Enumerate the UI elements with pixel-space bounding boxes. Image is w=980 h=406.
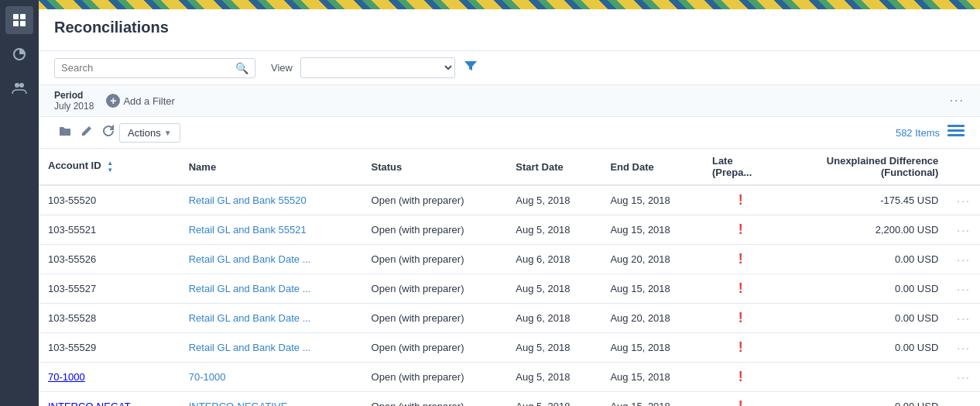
cell-row-actions[interactable]: ··· bbox=[947, 185, 980, 215]
search-input[interactable] bbox=[61, 62, 235, 74]
row-actions-menu[interactable]: ··· bbox=[957, 401, 971, 407]
filter-bar: Period July 2018 + Add a Filter ··· bbox=[39, 85, 980, 117]
name-link[interactable]: Retail GL and Bank Date ... bbox=[189, 283, 311, 294]
col-unexplained-diff[interactable]: Unexplained Difference(Functional) bbox=[779, 149, 948, 185]
cell-row-actions[interactable]: ··· bbox=[947, 333, 980, 363]
folder-button[interactable] bbox=[54, 122, 76, 143]
sidebar-icon-people[interactable] bbox=[5, 74, 33, 102]
col-account-id[interactable]: Account ID ▲▼ bbox=[39, 149, 180, 185]
col-end-date[interactable]: End Date bbox=[601, 149, 703, 185]
cell-name: Retail GL and Bank Date ... bbox=[180, 245, 362, 274]
cell-unexplained: 0.00 USD bbox=[779, 392, 948, 407]
cell-row-actions[interactable]: ··· bbox=[947, 274, 980, 304]
search-icon: 🔍 bbox=[235, 62, 248, 74]
caret-down-icon: ▼ bbox=[164, 129, 172, 137]
warning-dot: ! bbox=[738, 192, 743, 208]
view-label: View bbox=[271, 62, 293, 74]
header-stripe bbox=[39, 0, 980, 9]
name-link[interactable]: 70-1000 bbox=[189, 371, 226, 383]
cell-unexplained: 0.00 USD bbox=[779, 304, 948, 333]
cell-status: Open (with preparer) bbox=[362, 363, 507, 392]
cell-start-date: Aug 5, 2018 bbox=[506, 274, 601, 304]
edit-button[interactable] bbox=[76, 122, 98, 143]
plus-icon: + bbox=[106, 94, 120, 108]
row-actions-menu[interactable]: ··· bbox=[957, 371, 971, 384]
row-actions-menu[interactable]: ··· bbox=[957, 312, 971, 325]
table-row: 103-55529Retail GL and Bank Date ...Open… bbox=[39, 333, 980, 363]
sidebar bbox=[0, 0, 39, 406]
svg-rect-8 bbox=[947, 129, 965, 132]
period-label: Period bbox=[54, 90, 94, 101]
cell-status: Open (with preparer) bbox=[362, 245, 507, 274]
svg-rect-0 bbox=[13, 14, 19, 19]
cell-row-actions[interactable]: ··· bbox=[947, 245, 980, 274]
sort-icons-account-id: ▲▼ bbox=[107, 160, 113, 174]
table-row: INTERCO-NEGAT...INTERCO-NEGATIVEOpen (wi… bbox=[39, 392, 980, 407]
cell-status: Open (with preparer) bbox=[362, 185, 507, 215]
sidebar-icon-chart[interactable] bbox=[5, 40, 33, 68]
warning-dot: ! bbox=[738, 310, 743, 325]
col-name[interactable]: Name bbox=[180, 149, 362, 185]
actions-button[interactable]: Actions ▼ bbox=[119, 123, 180, 143]
cell-account-id: 103-55527 bbox=[39, 274, 180, 304]
cell-late: ! bbox=[703, 392, 779, 407]
svg-rect-7 bbox=[947, 125, 965, 127]
warning-dot: ! bbox=[738, 369, 743, 384]
cell-account-id: 103-55526 bbox=[39, 245, 180, 274]
name-link[interactable]: Retail GL and Bank Date ... bbox=[189, 312, 311, 324]
actions-label: Actions bbox=[128, 127, 161, 139]
warning-dot: ! bbox=[738, 280, 743, 296]
view-select[interactable] bbox=[300, 57, 455, 78]
col-status[interactable]: Status bbox=[362, 149, 507, 185]
warning-dot: ! bbox=[738, 339, 743, 355]
reconciliations-table: Account ID ▲▼ Name Status Start Date End… bbox=[39, 149, 980, 406]
cell-row-actions[interactable]: ··· bbox=[947, 363, 980, 392]
row-actions-menu[interactable]: ··· bbox=[957, 283, 971, 295]
account-id-link[interactable]: 70-1000 bbox=[48, 371, 85, 383]
svg-point-5 bbox=[15, 83, 19, 88]
cell-late: ! bbox=[703, 274, 779, 304]
toolbar-row: 🔍 View bbox=[39, 51, 980, 85]
cell-late: ! bbox=[703, 185, 779, 215]
table-row: 103-55521Retail GL and Bank 55521Open (w… bbox=[39, 215, 980, 245]
sidebar-icon-grid[interactable] bbox=[5, 6, 33, 34]
refresh-button[interactable] bbox=[98, 122, 119, 143]
name-link[interactable]: Retail GL and Bank 55521 bbox=[189, 224, 307, 236]
grid-view-icon[interactable] bbox=[947, 125, 965, 141]
name-link[interactable]: Retail GL and Bank Date ... bbox=[189, 342, 311, 353]
table-row: 70-100070-1000Open (with preparer)Aug 5,… bbox=[39, 363, 980, 392]
cell-status: Open (with preparer) bbox=[362, 392, 507, 407]
filter-icon[interactable] bbox=[463, 58, 478, 77]
add-filter-button[interactable]: + Add a Filter bbox=[101, 92, 179, 109]
cell-unexplained: -175.45 USD bbox=[779, 185, 948, 215]
row-actions-menu[interactable]: ··· bbox=[957, 342, 971, 354]
cell-account-id: 103-55521 bbox=[39, 215, 180, 245]
cell-name: Retail GL and Bank Date ... bbox=[180, 333, 362, 363]
add-filter-label: Add a Filter bbox=[123, 95, 174, 107]
cell-row-actions[interactable]: ··· bbox=[947, 215, 980, 245]
name-link[interactable]: INTERCO-NEGATIVE bbox=[189, 401, 288, 406]
action-toolbar: Actions ▼ 582 Items bbox=[39, 117, 980, 149]
cell-row-actions[interactable]: ··· bbox=[947, 392, 980, 407]
row-actions-menu[interactable]: ··· bbox=[957, 224, 971, 236]
warning-dot: ! bbox=[738, 398, 743, 406]
col-row-actions-header bbox=[947, 149, 980, 185]
name-link[interactable]: Retail GL and Bank 55520 bbox=[189, 194, 307, 206]
account-id-link[interactable]: INTERCO-NEGAT... bbox=[48, 401, 138, 406]
cell-end-date: Aug 15, 2018 bbox=[601, 274, 703, 304]
name-link[interactable]: Retail GL and Bank Date ... bbox=[189, 253, 311, 265]
cell-end-date: Aug 15, 2018 bbox=[601, 185, 703, 215]
row-actions-menu[interactable]: ··· bbox=[957, 194, 971, 207]
more-options-icon[interactable]: ··· bbox=[950, 94, 965, 108]
col-late-preparer[interactable]: Late(Prepa... bbox=[703, 149, 779, 185]
svg-rect-2 bbox=[13, 21, 19, 26]
cell-account-id: INTERCO-NEGAT... bbox=[39, 392, 180, 407]
row-actions-menu[interactable]: ··· bbox=[957, 253, 971, 266]
cell-start-date: Aug 5, 2018 bbox=[506, 215, 601, 245]
table-row: 103-55528Retail GL and Bank Date ...Open… bbox=[39, 304, 980, 333]
cell-status: Open (with preparer) bbox=[362, 333, 507, 363]
col-start-date[interactable]: Start Date bbox=[506, 149, 601, 185]
cell-row-actions[interactable]: ··· bbox=[947, 304, 980, 333]
table-container: Account ID ▲▼ Name Status Start Date End… bbox=[39, 149, 980, 406]
cell-start-date: Aug 5, 2018 bbox=[506, 363, 601, 392]
